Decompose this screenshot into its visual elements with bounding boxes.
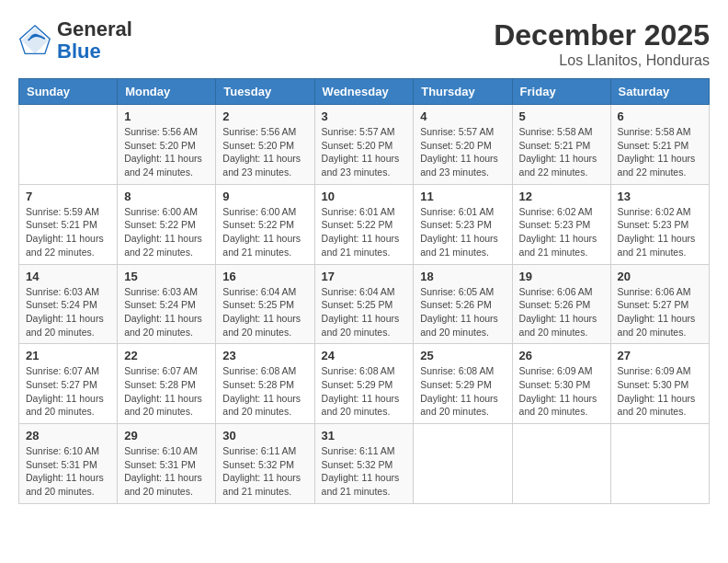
day-cell: 17Sunrise: 6:04 AM Sunset: 5:25 PM Dayli…	[314, 264, 414, 344]
header-sunday: Sunday	[19, 79, 118, 105]
day-info: Sunrise: 6:08 AM Sunset: 5:29 PM Dayligh…	[322, 364, 407, 419]
day-info: Sunrise: 6:11 AM Sunset: 5:32 PM Dayligh…	[322, 444, 407, 499]
day-info: Sunrise: 6:07 AM Sunset: 5:27 PM Dayligh…	[26, 364, 110, 419]
day-info: Sunrise: 5:57 AM Sunset: 5:20 PM Dayligh…	[420, 125, 505, 179]
day-number: 2	[222, 109, 307, 123]
day-number: 17	[322, 270, 407, 283]
day-number: 11	[420, 190, 505, 203]
day-cell: 28Sunrise: 6:10 AM Sunset: 5:31 PM Dayli…	[19, 424, 118, 504]
header-thursday: Thursday	[414, 79, 512, 105]
day-number: 20	[618, 270, 702, 283]
day-info: Sunrise: 5:57 AM Sunset: 5:20 PM Dayligh…	[322, 125, 407, 179]
day-cell: 12Sunrise: 6:02 AM Sunset: 5:23 PM Dayli…	[512, 184, 610, 264]
day-cell: 1Sunrise: 5:56 AM Sunset: 5:20 PM Daylig…	[118, 105, 216, 185]
day-cell: 27Sunrise: 6:09 AM Sunset: 5:30 PM Dayli…	[610, 344, 709, 424]
logo-icon	[18, 24, 51, 57]
header-saturday: Saturday	[610, 79, 709, 105]
day-cell: 19Sunrise: 6:06 AM Sunset: 5:26 PM Dayli…	[512, 264, 610, 344]
day-info: Sunrise: 5:56 AM Sunset: 5:20 PM Dayligh…	[124, 125, 209, 179]
day-cell: 9Sunrise: 6:00 AM Sunset: 5:22 PM Daylig…	[216, 184, 314, 264]
day-cell: 31Sunrise: 6:11 AM Sunset: 5:32 PM Dayli…	[314, 424, 414, 504]
day-cell: 6Sunrise: 5:58 AM Sunset: 5:21 PM Daylig…	[610, 105, 709, 185]
day-info: Sunrise: 6:09 AM Sunset: 5:30 PM Dayligh…	[618, 364, 702, 419]
day-number: 10	[322, 190, 407, 203]
day-number: 9	[222, 190, 307, 203]
day-cell: 15Sunrise: 6:03 AM Sunset: 5:24 PM Dayli…	[118, 264, 216, 344]
day-info: Sunrise: 6:11 AM Sunset: 5:32 PM Dayligh…	[222, 444, 307, 499]
day-number: 23	[222, 349, 307, 362]
calendar-table: SundayMondayTuesdayWednesdayThursdayFrid…	[18, 78, 710, 504]
header-wednesday: Wednesday	[314, 79, 414, 105]
day-info: Sunrise: 6:06 AM Sunset: 5:27 PM Dayligh…	[618, 285, 702, 339]
day-info: Sunrise: 6:00 AM Sunset: 5:22 PM Dayligh…	[222, 205, 307, 259]
day-cell	[610, 424, 709, 504]
day-number: 1	[124, 109, 209, 123]
day-number: 28	[26, 429, 110, 442]
logo-text: General Blue	[57, 18, 132, 63]
day-number: 24	[322, 349, 407, 362]
day-cell: 20Sunrise: 6:06 AM Sunset: 5:27 PM Dayli…	[610, 264, 709, 344]
day-cell: 30Sunrise: 6:11 AM Sunset: 5:32 PM Dayli…	[216, 424, 314, 504]
day-number: 31	[322, 429, 407, 442]
day-cell: 5Sunrise: 5:58 AM Sunset: 5:21 PM Daylig…	[512, 105, 610, 185]
main-title: December 2025	[494, 18, 710, 52]
day-info: Sunrise: 6:03 AM Sunset: 5:24 PM Dayligh…	[124, 285, 209, 339]
day-number: 3	[322, 109, 407, 123]
svg-marker-0	[22, 28, 49, 54]
week-row-5: 28Sunrise: 6:10 AM Sunset: 5:31 PM Dayli…	[19, 424, 710, 504]
day-number: 21	[26, 349, 110, 362]
header-monday: Monday	[118, 79, 216, 105]
page-header: General Blue December 2025 Los Llanitos,…	[18, 18, 710, 69]
header-friday: Friday	[512, 79, 610, 105]
day-cell: 8Sunrise: 6:00 AM Sunset: 5:22 PM Daylig…	[118, 184, 216, 264]
day-info: Sunrise: 5:58 AM Sunset: 5:21 PM Dayligh…	[618, 125, 702, 179]
day-cell: 2Sunrise: 5:56 AM Sunset: 5:20 PM Daylig…	[216, 105, 314, 185]
day-cell: 24Sunrise: 6:08 AM Sunset: 5:29 PM Dayli…	[314, 344, 414, 424]
day-number: 26	[519, 349, 604, 362]
logo: General Blue	[18, 18, 132, 63]
day-info: Sunrise: 6:06 AM Sunset: 5:26 PM Dayligh…	[519, 285, 604, 339]
day-cell: 4Sunrise: 5:57 AM Sunset: 5:20 PM Daylig…	[414, 105, 512, 185]
day-info: Sunrise: 6:08 AM Sunset: 5:29 PM Dayligh…	[420, 364, 505, 419]
day-number: 25	[420, 349, 505, 362]
logo-blue: Blue	[57, 40, 101, 63]
day-info: Sunrise: 5:58 AM Sunset: 5:21 PM Dayligh…	[519, 125, 604, 179]
day-info: Sunrise: 5:59 AM Sunset: 5:21 PM Dayligh…	[26, 205, 110, 259]
day-info: Sunrise: 6:02 AM Sunset: 5:23 PM Dayligh…	[618, 205, 702, 259]
day-info: Sunrise: 6:04 AM Sunset: 5:25 PM Dayligh…	[322, 285, 407, 339]
day-number: 8	[124, 190, 209, 203]
day-info: Sunrise: 6:02 AM Sunset: 5:23 PM Dayligh…	[519, 205, 604, 259]
day-cell: 11Sunrise: 6:01 AM Sunset: 5:23 PM Dayli…	[414, 184, 512, 264]
day-number: 22	[124, 349, 209, 362]
day-cell	[512, 424, 610, 504]
day-number: 7	[26, 190, 110, 203]
day-number: 29	[124, 429, 209, 442]
day-cell: 22Sunrise: 6:07 AM Sunset: 5:28 PM Dayli…	[118, 344, 216, 424]
day-number: 13	[618, 190, 702, 203]
week-row-4: 21Sunrise: 6:07 AM Sunset: 5:27 PM Dayli…	[19, 344, 710, 424]
day-number: 14	[26, 270, 110, 283]
day-cell	[414, 424, 512, 504]
day-info: Sunrise: 6:09 AM Sunset: 5:30 PM Dayligh…	[519, 364, 604, 419]
title-block: December 2025 Los Llanitos, Honduras	[494, 18, 710, 69]
day-number: 6	[618, 109, 702, 123]
day-info: Sunrise: 6:03 AM Sunset: 5:24 PM Dayligh…	[26, 285, 110, 339]
day-cell: 21Sunrise: 6:07 AM Sunset: 5:27 PM Dayli…	[19, 344, 118, 424]
week-row-2: 7Sunrise: 5:59 AM Sunset: 5:21 PM Daylig…	[19, 184, 710, 264]
day-info: Sunrise: 6:04 AM Sunset: 5:25 PM Dayligh…	[222, 285, 307, 339]
day-cell: 29Sunrise: 6:10 AM Sunset: 5:31 PM Dayli…	[118, 424, 216, 504]
day-cell: 3Sunrise: 5:57 AM Sunset: 5:20 PM Daylig…	[314, 105, 414, 185]
day-number: 16	[222, 270, 307, 283]
day-number: 18	[420, 270, 505, 283]
day-number: 15	[124, 270, 209, 283]
day-cell: 26Sunrise: 6:09 AM Sunset: 5:30 PM Dayli…	[512, 344, 610, 424]
day-number: 27	[618, 349, 702, 362]
day-info: Sunrise: 6:10 AM Sunset: 5:31 PM Dayligh…	[26, 444, 110, 499]
logo-general: General	[57, 17, 132, 40]
day-number: 4	[420, 109, 505, 123]
day-cell: 25Sunrise: 6:08 AM Sunset: 5:29 PM Dayli…	[414, 344, 512, 424]
day-info: Sunrise: 6:07 AM Sunset: 5:28 PM Dayligh…	[124, 364, 209, 419]
day-number: 5	[519, 109, 604, 123]
day-info: Sunrise: 6:05 AM Sunset: 5:26 PM Dayligh…	[420, 285, 505, 339]
day-cell: 16Sunrise: 6:04 AM Sunset: 5:25 PM Dayli…	[216, 264, 314, 344]
